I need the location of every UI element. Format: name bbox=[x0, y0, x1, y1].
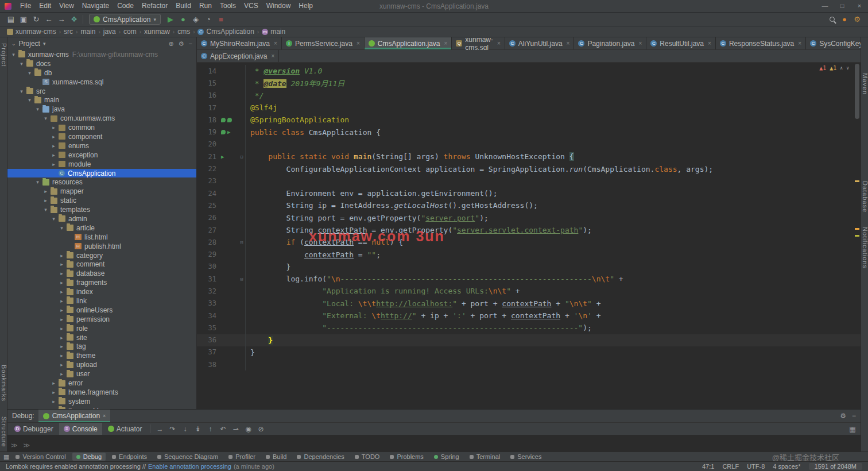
toolwindow-button-spring[interactable]: Spring bbox=[430, 453, 463, 461]
tree-item[interactable]: ▸user bbox=[7, 369, 196, 379]
settings-gear-icon[interactable]: ⚙ bbox=[840, 412, 846, 420]
expand-arrow-icon[interactable]: ▸ bbox=[50, 399, 57, 404]
toolwindow-button-build[interactable]: Build bbox=[262, 453, 290, 461]
force-step-into-icon[interactable]: ↡ bbox=[192, 424, 203, 434]
tree-item[interactable]: ▾docs bbox=[7, 59, 196, 68]
editor-tab-appexception.java[interactable]: CAppException.java× bbox=[197, 50, 279, 62]
code-line[interactable]: 38 bbox=[197, 358, 861, 370]
view-breakpoints-icon[interactable]: ◉ bbox=[242, 424, 254, 434]
toolwindow-button-dependencies[interactable]: Dependencies bbox=[293, 453, 348, 461]
tree-item[interactable]: ▸site bbox=[7, 333, 196, 342]
expand-arrow-icon[interactable]: ▸ bbox=[58, 298, 65, 304]
tree-item[interactable]: ▸link bbox=[7, 296, 196, 306]
code-line[interactable]: 18@SpringBootApplication bbox=[197, 114, 861, 126]
tree-item[interactable]: ▸comment bbox=[7, 260, 196, 269]
tree-item[interactable]: ▾xunmaw-cmsF:\xunmaw-git\xunmaw-cms bbox=[7, 50, 196, 59]
expand-arrow-icon[interactable]: ▸ bbox=[58, 261, 65, 267]
spring-bean-gutter-icon[interactable] bbox=[227, 118, 232, 122]
tree-item[interactable]: ▸database bbox=[7, 269, 196, 278]
tree-item[interactable]: ▸home.fragments bbox=[7, 388, 196, 397]
toolwindow-stripe-button-notifications[interactable]: Notifications bbox=[861, 227, 868, 269]
expand-arrow-icon[interactable]: ▸ bbox=[42, 188, 49, 194]
tree-item[interactable]: ▸category bbox=[7, 251, 196, 260]
breadcrumb-item-xunmaw-cms[interactable]: xunmaw-cms bbox=[6, 28, 57, 36]
menu-help[interactable]: Help bbox=[294, 0, 317, 12]
expand-arrow-icon[interactable]: ▸ bbox=[50, 380, 57, 386]
menu-build[interactable]: Build bbox=[172, 0, 195, 12]
open-icon[interactable]: ▤ bbox=[5, 14, 17, 25]
code-line[interactable]: 33 "Local: \t\thttp://localhost:" + port… bbox=[197, 298, 861, 310]
menu-edit[interactable]: Edit bbox=[35, 0, 55, 12]
toolwindow-button-debug[interactable]: Debug bbox=[72, 453, 106, 461]
code-line[interactable]: 29 contextPath = ""; bbox=[197, 248, 861, 260]
breadcrumb-item-main[interactable]: mmain bbox=[261, 28, 286, 36]
expand-arrow-icon[interactable]: ▸ bbox=[58, 316, 65, 322]
tree-item[interactable]: ▸tag bbox=[7, 342, 196, 352]
hide-panel-icon[interactable]: − bbox=[852, 412, 856, 420]
tree-item[interactable]: ▾article bbox=[7, 223, 196, 233]
tree-item[interactable]: ▾resources bbox=[7, 177, 196, 187]
menu-view[interactable]: View bbox=[55, 0, 78, 12]
scrollbar-thumb[interactable] bbox=[855, 64, 859, 119]
memory-indicator[interactable]: 1591 of 2048M bbox=[809, 463, 862, 470]
menu-vcs[interactable]: VCS bbox=[240, 0, 262, 12]
caret-position-widget[interactable]: 47:1 bbox=[702, 463, 714, 470]
fold-marker[interactable]: ⊟ bbox=[238, 236, 246, 248]
toolwindow-stripe-button-project[interactable]: Project bbox=[0, 43, 7, 67]
expand-arrow-icon[interactable]: ▸ bbox=[58, 280, 65, 285]
tree-item[interactable]: ▾admin bbox=[7, 214, 196, 223]
code-line[interactable]: 14 * @version V1.0 bbox=[197, 65, 861, 77]
run-gutter-icon[interactable]: ▶ bbox=[227, 129, 230, 135]
indent-widget[interactable]: 4 spaces* bbox=[773, 463, 800, 470]
debug-tab-actuator[interactable]: Actuator bbox=[103, 423, 147, 435]
tree-item[interactable]: ▸mapper bbox=[7, 187, 196, 196]
editor-tab-resultutil.java[interactable]: CResultUtil.java× bbox=[646, 37, 716, 49]
forward-icon[interactable]: → bbox=[55, 14, 68, 25]
fold-marker[interactable]: ⊟ bbox=[238, 273, 246, 285]
code-line[interactable]: 15 * @date 2019年9月11日 bbox=[197, 77, 861, 89]
debug-console-output[interactable]: ≫≫ bbox=[7, 435, 861, 451]
editor-tab-responsestatus.java[interactable]: CResponseStatus.java× bbox=[716, 37, 806, 49]
close-icon[interactable]: × bbox=[103, 413, 106, 419]
code-line[interactable]: 16 */ bbox=[197, 90, 861, 102]
inspection-widget[interactable]: ▲1 ▲1 ∧ ∨ bbox=[819, 65, 849, 71]
collapse-arrow-icon[interactable]: ▾ bbox=[26, 97, 33, 103]
close-tab-icon[interactable]: × bbox=[444, 40, 447, 47]
expand-arrow-icon[interactable]: ▸ bbox=[58, 371, 65, 377]
code-line[interactable]: 17@Slf4j bbox=[197, 102, 861, 114]
code-line[interactable]: 21▶⊟ public static void main(String[] ar… bbox=[197, 150, 861, 163]
editor-tab-myshirorealm.java[interactable]: CMyShiroRealm.java× bbox=[197, 37, 282, 49]
menu-window[interactable]: Window bbox=[262, 0, 295, 12]
tree-item[interactable]: ▸component bbox=[7, 132, 196, 141]
expand-arrow-icon[interactable]: ▸ bbox=[58, 271, 65, 276]
debug-tab-debugger[interactable]: DDebugger bbox=[10, 423, 58, 435]
run-config-select[interactable]: CmsApplication ▾ bbox=[89, 14, 161, 25]
close-tab-icon[interactable]: × bbox=[356, 40, 360, 47]
code-line[interactable]: 32 "Application is running! Access URLs:… bbox=[197, 285, 861, 297]
sync-icon[interactable]: ↻ bbox=[30, 14, 42, 25]
code-line[interactable]: 34 "External: \thttp://" + ip + ':' + po… bbox=[197, 310, 861, 322]
tree-item[interactable]: ▾main bbox=[7, 95, 196, 105]
tree-item[interactable]: ▸module bbox=[7, 160, 196, 169]
expand-arrow-icon[interactable]: ▸ bbox=[58, 362, 65, 368]
toolwindow-stripe-button-database[interactable]: Database bbox=[861, 181, 868, 213]
tree-item[interactable]: Sxunmaw-cms.sql bbox=[7, 78, 196, 87]
editor-tab-aliyunutil.java[interactable]: CAliYunUtil.java× bbox=[505, 37, 575, 49]
code-line[interactable]: 22 ConfigurableApplicationContext applic… bbox=[197, 163, 861, 175]
close-tab-icon[interactable]: × bbox=[274, 40, 277, 47]
editor-scrollbar[interactable] bbox=[854, 63, 861, 409]
tree-item[interactable]: ▸role bbox=[7, 324, 196, 333]
show-execution-point-icon[interactable]: → bbox=[154, 424, 165, 434]
cleanup-icon[interactable]: ❖ bbox=[68, 14, 80, 25]
step-out-icon[interactable]: ↑ bbox=[204, 424, 216, 434]
close-tab-icon[interactable]: × bbox=[638, 40, 642, 47]
scroll-to-end-icon[interactable]: ≫ bbox=[24, 442, 30, 449]
spring-bean-gutter-icon[interactable] bbox=[221, 118, 226, 122]
expand-arrow-icon[interactable]: ▸ bbox=[50, 152, 57, 158]
toolwindow-button-services[interactable]: Services bbox=[506, 453, 545, 461]
menu-file[interactable]: File bbox=[16, 0, 35, 12]
menu-run[interactable]: Run bbox=[195, 0, 216, 12]
code-line[interactable]: 30 } bbox=[197, 261, 861, 273]
expand-arrow-icon[interactable]: ▸ bbox=[58, 253, 65, 258]
collapse-arrow-icon[interactable]: ▾ bbox=[18, 61, 25, 67]
